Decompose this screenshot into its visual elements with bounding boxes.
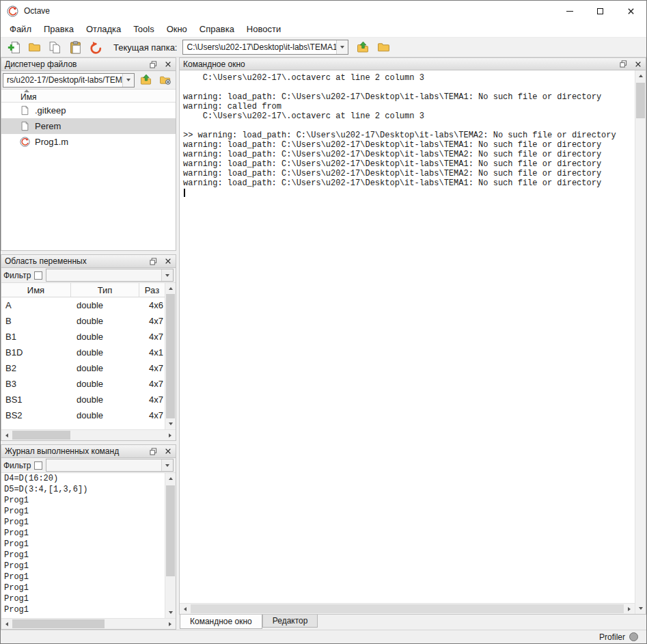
close-panel-button[interactable] <box>161 256 176 267</box>
history-item[interactable]: Prog1 <box>1 517 165 528</box>
scroll-up-button[interactable] <box>635 70 646 81</box>
column-header-name[interactable]: Имя <box>1 283 71 297</box>
variable-row[interactable]: B3 double 4x7 <box>1 376 165 392</box>
menu-item[interactable]: Файл <box>3 22 38 36</box>
combobox-dropdown-button[interactable] <box>336 40 348 54</box>
file-list-header[interactable]: Имя <box>1 90 176 103</box>
scrollbar-thumb[interactable] <box>12 619 105 628</box>
scroll-right-button[interactable] <box>165 619 176 630</box>
history-item[interactable]: D4=D(16:20) <box>1 473 165 484</box>
folder-actions-button[interactable] <box>156 72 174 88</box>
variables-table-header[interactable]: Имя Тип Раз <box>1 283 165 297</box>
maximize-button[interactable] <box>585 1 616 21</box>
menu-item[interactable]: Отладка <box>80 22 127 36</box>
close-panel-button[interactable] <box>161 446 176 457</box>
combobox-dropdown-button[interactable] <box>161 459 173 471</box>
scrollbar-thumb[interactable] <box>191 604 624 613</box>
undo-button[interactable] <box>86 39 105 56</box>
scroll-up-button[interactable] <box>165 473 176 484</box>
menu-item[interactable]: Новости <box>240 22 287 36</box>
undock-panel-button[interactable] <box>146 256 161 267</box>
file-row[interactable]: Prog1.m <box>1 134 176 150</box>
menu-item[interactable]: Справка <box>193 22 240 36</box>
open-button[interactable] <box>25 39 44 56</box>
scroll-left-button[interactable] <box>1 619 12 630</box>
new-script-button[interactable] <box>4 39 23 56</box>
bottom-tab[interactable]: Командное окно <box>180 615 262 629</box>
history-item[interactable]: Prog1 <box>1 539 165 550</box>
scrollbar-thumb[interactable] <box>12 431 70 440</box>
history-item[interactable]: Prog1 <box>1 604 165 615</box>
variable-row[interactable]: B1 double 4x7 <box>1 329 165 345</box>
profiler-status-icon[interactable] <box>629 632 638 641</box>
file-row[interactable]: .gitkeep <box>1 103 176 118</box>
browse-directories-button[interactable] <box>374 39 393 56</box>
combobox-dropdown-button[interactable] <box>161 269 173 281</box>
variable-type: double <box>71 347 139 358</box>
history-item[interactable]: Prog1 <box>1 582 165 593</box>
scroll-down-button[interactable] <box>635 603 646 614</box>
scrollbar-thumb[interactable] <box>166 485 175 576</box>
file-browser-titlebar[interactable]: Диспетчер файлов <box>1 58 176 71</box>
console-output[interactable]: C:\Users\u202-17\.octaverc at line 2 col… <box>180 70 635 603</box>
scroll-down-button[interactable] <box>165 607 176 618</box>
file-row[interactable]: Perem <box>1 118 176 134</box>
history-item[interactable]: Prog1 <box>1 561 165 572</box>
vertical-scrollbar[interactable] <box>635 70 646 614</box>
combobox-dropdown-button[interactable] <box>122 74 134 87</box>
history-item[interactable]: Prog1 <box>1 528 165 539</box>
scroll-right-button[interactable] <box>165 430 176 441</box>
filter-checkbox[interactable] <box>34 271 42 280</box>
horizontal-scrollbar[interactable] <box>1 618 176 629</box>
close-button[interactable] <box>616 1 646 21</box>
filter-combobox[interactable] <box>46 269 174 282</box>
menu-item[interactable]: Tools <box>127 22 160 36</box>
scroll-left-button[interactable] <box>180 604 191 615</box>
close-panel-button[interactable] <box>631 58 646 70</box>
menu-item[interactable]: Правка <box>38 22 80 36</box>
one-directory-up-button[interactable] <box>353 39 372 56</box>
history-item[interactable]: Prog1 <box>1 495 165 506</box>
history-item[interactable]: Prog1 <box>1 572 165 582</box>
undock-panel-button[interactable] <box>616 58 631 70</box>
file-browser-path-combobox[interactable]: rs/u202-17/Desktop/it-labs/TEMA1 <box>3 73 135 88</box>
command-window-titlebar[interactable]: Командное окно <box>179 57 646 70</box>
scroll-up-button[interactable] <box>165 283 176 294</box>
copy-button[interactable] <box>45 39 64 56</box>
bottom-tab[interactable]: Редактор <box>262 615 318 628</box>
variable-row[interactable]: BS1 double 4x7 <box>1 392 165 407</box>
history-item[interactable]: D5=D(3:4,[1,3,6]) <box>1 484 165 495</box>
variable-row[interactable]: A double 4x6 <box>1 297 165 313</box>
column-header-type[interactable]: Тип <box>71 283 139 297</box>
command-history-titlebar[interactable]: Журнал выполненных команд <box>1 445 176 458</box>
history-item[interactable]: Prog1 <box>1 593 165 604</box>
variable-row[interactable]: B1D double 4x1 <box>1 345 165 360</box>
column-header-size[interactable]: Раз <box>139 283 165 297</box>
variable-row[interactable]: BS2 double 4x7 <box>1 407 165 423</box>
workspace-titlebar[interactable]: Область переменных <box>1 255 176 268</box>
undock-panel-button[interactable] <box>146 59 161 70</box>
vertical-scrollbar[interactable] <box>165 473 176 618</box>
undock-panel-button[interactable] <box>146 446 161 457</box>
scrollbar-thumb[interactable] <box>636 83 645 118</box>
minimize-button[interactable] <box>554 1 585 21</box>
close-panel-button[interactable] <box>161 59 176 70</box>
history-item[interactable]: Prog1 <box>1 506 165 517</box>
paste-button[interactable] <box>66 39 85 56</box>
horizontal-scrollbar[interactable] <box>1 429 176 440</box>
history-item[interactable]: Prog1 <box>1 550 165 561</box>
window-titlebar[interactable]: Octave <box>1 1 646 21</box>
scroll-right-button[interactable] <box>624 604 635 615</box>
filter-checkbox[interactable] <box>34 461 42 470</box>
scrollbar-thumb[interactable] <box>166 294 175 418</box>
menu-item[interactable]: Окно <box>161 22 193 36</box>
filter-combobox[interactable] <box>46 459 174 472</box>
one-directory-up-button[interactable] <box>137 72 154 88</box>
scroll-down-button[interactable] <box>165 418 176 429</box>
variable-row[interactable]: B double 4x7 <box>1 313 165 329</box>
scroll-left-button[interactable] <box>1 430 12 441</box>
variable-row[interactable]: B2 double 4x7 <box>1 360 165 376</box>
horizontal-scrollbar[interactable] <box>180 603 635 614</box>
vertical-scrollbar[interactable] <box>165 283 176 429</box>
current-folder-combobox[interactable]: C:\Users\u202-17\Desktop\it-labs\TEMA1 <box>182 40 348 55</box>
